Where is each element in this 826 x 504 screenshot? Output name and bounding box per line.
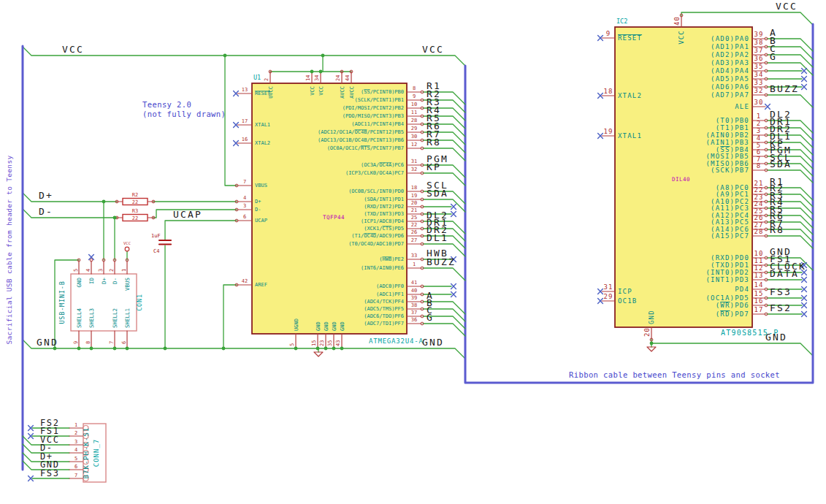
svg-text:2: 2 — [264, 78, 269, 81]
svg-text:13: 13 — [754, 272, 763, 279]
svg-text:(AD1)PA1: (AD1)PA1 — [711, 43, 749, 50]
svg-text:(XCK1/CTS)PD5: (XCK1/CTS)PD5 — [364, 226, 404, 232]
svg-text:ALE: ALE — [735, 103, 749, 110]
svg-text:(OC3A/OC4A)PC6: (OC3A/OC4A)PC6 — [361, 162, 404, 168]
svg-text:(ADC12/OC1A/OC4B/PCINT12)PB5: (ADC12/OC1A/OC4B/PCINT12)PB5 — [318, 129, 404, 135]
svg-text:GND: GND — [340, 321, 345, 331]
svg-text:D-: D- — [39, 206, 53, 217]
svg-text:11: 11 — [754, 257, 763, 264]
svg-text:14: 14 — [305, 75, 311, 81]
svg-text:UCAP: UCAP — [173, 209, 202, 220]
svg-text:2: 2 — [74, 430, 77, 436]
svg-text:XTAL1: XTAL1 — [255, 122, 270, 128]
svg-text:32: 32 — [754, 87, 763, 94]
svg-text:(ADC7/TDI)PF7: (ADC7/TDI)PF7 — [364, 321, 404, 327]
svg-text:ID: ID — [88, 278, 95, 285]
svg-text:3: 3 — [74, 439, 77, 445]
svg-text:(INT6/AIN0)PE6: (INT6/AIN0)PE6 — [361, 265, 404, 271]
svg-text:(AD4)PA4: (AD4)PA4 — [711, 67, 749, 75]
svg-text:3: 3 — [757, 127, 762, 134]
svg-text:(RXD/INT2)PD2: (RXD/INT2)PD2 — [364, 204, 404, 210]
svg-text:BUZZ: BUZZ — [770, 83, 799, 94]
svg-text:19: 19 — [411, 193, 417, 199]
svg-text:(ADC1)PF1: (ADC1)PF1 — [376, 291, 404, 297]
svg-text:UVCC: UVCC — [268, 86, 274, 99]
svg-text:(MOSI)PB5: (MOSI)PB5 — [705, 153, 749, 160]
svg-text:(PDO/MISO/PCINT3)PB3: (PDO/MISO/PCINT3)PB3 — [343, 113, 404, 119]
svg-text:FS3: FS3 — [770, 286, 792, 297]
svg-text:35: 35 — [327, 340, 333, 346]
svg-text:R8: R8 — [427, 137, 441, 148]
svg-text:4: 4 — [243, 195, 246, 201]
svg-text:42: 42 — [242, 278, 248, 284]
svg-text:D+: D+ — [255, 199, 261, 205]
svg-text:9: 9 — [73, 341, 79, 344]
svg-text:40: 40 — [673, 16, 681, 26]
svg-text:36: 36 — [754, 55, 763, 62]
svg-text:6: 6 — [121, 341, 127, 344]
svg-text:(ADC0)PF0: (ADC0)PF0 — [376, 283, 404, 289]
svg-text:D+: D+ — [39, 190, 53, 201]
svg-text:19: 19 — [603, 128, 613, 135]
svg-text:43: 43 — [335, 340, 341, 346]
svg-text:D-: D- — [255, 207, 261, 213]
svg-text:(PDI/MOSI/PCINT2)PB2: (PDI/MOSI/PCINT2)PB2 — [343, 105, 404, 111]
header-conn_7: 1FS22FS13VCC4D-5D+6GND7FS3B7K-PH-K-S1CON… — [23, 418, 106, 483]
svg-text:26: 26 — [411, 229, 417, 235]
svg-text:8: 8 — [757, 162, 762, 169]
svg-text:(OC1A)PD5: (OC1A)PD5 — [705, 294, 749, 302]
svg-text:28: 28 — [411, 118, 417, 123]
svg-text:XTAL2: XTAL2 — [618, 92, 642, 99]
svg-text:(TXD)PD1: (TXD)PD1 — [711, 261, 749, 269]
svg-text:20: 20 — [643, 327, 651, 337]
svg-text:35: 35 — [754, 63, 763, 70]
svg-text:22: 22 — [132, 215, 138, 221]
svg-text:39: 39 — [411, 295, 417, 301]
svg-text:17: 17 — [754, 306, 763, 313]
svg-text:24: 24 — [335, 75, 341, 81]
svg-text:40: 40 — [411, 288, 417, 294]
svg-text:20: 20 — [411, 200, 417, 206]
svg-text:38: 38 — [411, 302, 417, 308]
svg-text:(T0/OC4D/ADC10)PD7: (T0/OC4D/ADC10)PD7 — [348, 241, 404, 247]
svg-text:(ADC11/PCINT4)PB4: (ADC11/PCINT4)PB4 — [351, 121, 404, 127]
svg-text:(ICP1/ADC8)PD4: (ICP1/ADC8)PD4 — [361, 218, 404, 224]
svg-text:D+: D+ — [101, 278, 107, 285]
svg-text:16: 16 — [754, 297, 763, 305]
svg-text:(AD6)PA6: (AD6)PA6 — [711, 83, 749, 91]
svg-text:7: 7 — [74, 473, 77, 478]
svg-text:VCC: VCC — [422, 44, 444, 55]
svg-text:12: 12 — [411, 142, 417, 148]
power-flags: VCC — [123, 241, 131, 251]
svg-text:AVCC: AVCC — [340, 86, 345, 99]
svg-text:(A11)PC3: (A11)PC3 — [711, 205, 749, 212]
svg-text:41: 41 — [411, 280, 417, 286]
svg-text:29: 29 — [603, 293, 613, 300]
svg-text:4: 4 — [74, 447, 77, 453]
svg-text:(ICP3/CLK0/OC4A)PC7: (ICP3/CLK0/OC4A)PC7 — [345, 170, 404, 176]
svg-text:(ADC4/TCK)PF4: (ADC4/TCK)PF4 — [364, 299, 404, 305]
svg-text:8: 8 — [413, 85, 416, 91]
svg-text:SHELL1: SHELL1 — [124, 308, 131, 328]
svg-text:ICP: ICP — [618, 288, 632, 295]
svg-text:7: 7 — [109, 341, 115, 344]
svg-text:16: 16 — [242, 137, 248, 142]
svg-text:8: 8 — [85, 341, 91, 344]
svg-text:U1: U1 — [253, 74, 261, 81]
ground-symbols — [314, 343, 656, 356]
schematic-canvas: U1TQFP44ATMEGA32U4-A13RESET17XTAL116XTAL… — [0, 0, 826, 504]
svg-text:44: 44 — [345, 75, 351, 81]
svg-text:R8: R8 — [770, 224, 784, 235]
svg-text:UGND: UGND — [294, 318, 299, 331]
svg-text:5: 5 — [74, 456, 77, 462]
svg-text:(TXD/INT3)PD3: (TXD/INT3)PD3 — [364, 211, 404, 217]
svg-text:VCC: VCC — [776, 1, 798, 12]
svg-text:VBUS: VBUS — [124, 278, 131, 291]
svg-text:(T0)PB0: (T0)PB0 — [716, 117, 749, 124]
svg-text:10: 10 — [411, 102, 417, 107]
svg-text:3: 3 — [98, 269, 104, 272]
svg-text:(AD2)PA2: (AD2)PA2 — [711, 51, 749, 58]
svg-text:37: 37 — [754, 47, 763, 54]
svg-text:(WR)PD6: (WR)PD6 — [716, 302, 749, 309]
svg-text:SHELL4: SHELL4 — [76, 308, 83, 328]
